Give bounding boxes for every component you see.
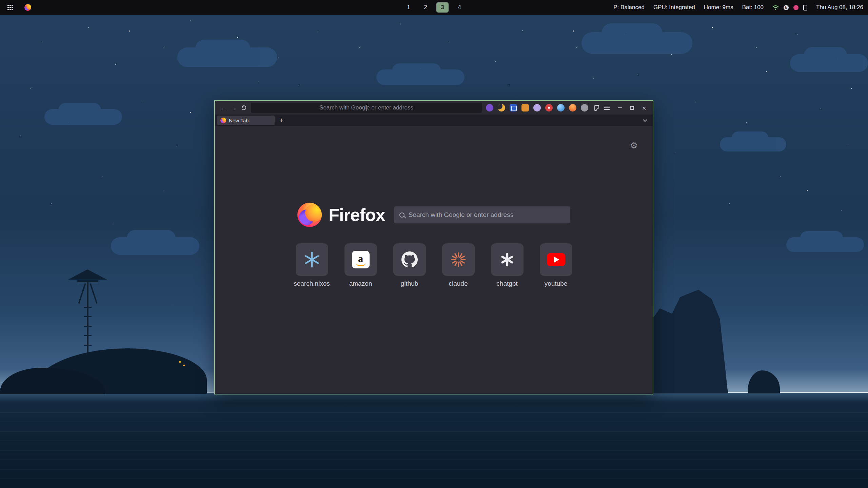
extension-icon-fox[interactable]	[569, 104, 576, 111]
extension-icon-yellow-crescent[interactable]	[498, 104, 505, 111]
chatgpt-icon	[499, 251, 516, 268]
power-profile-status: P: Balanced	[613, 4, 645, 11]
close-button[interactable]: ×	[639, 103, 649, 113]
cloud	[786, 237, 864, 252]
shortcut-label: youtube	[545, 280, 568, 287]
cloud	[790, 54, 868, 72]
workspace-button-3-active[interactable]: 3	[436, 2, 449, 13]
firefox-brand-row: Firefox	[297, 203, 570, 227]
window-controls: ×	[615, 103, 649, 113]
shortcut-label: github	[401, 280, 418, 287]
extension-buttons	[486, 104, 588, 111]
page-edit-icon	[594, 105, 599, 111]
tab-bar: New Tab +	[215, 115, 653, 126]
workspace-button-2[interactable]: 2	[419, 2, 432, 13]
network-latency-status: Home: 9ms	[704, 4, 733, 11]
extension-icon-blue-square[interactable]	[510, 104, 517, 111]
navigation-toolbar: ← → ×	[215, 101, 653, 115]
bluetooth-icon[interactable]: b	[784, 5, 789, 10]
new-tab-button[interactable]: +	[277, 116, 286, 125]
forward-button[interactable]: →	[229, 103, 239, 113]
extension-icon-blue-sphere[interactable]	[557, 104, 565, 111]
device-icon[interactable]	[803, 5, 807, 11]
menu-button[interactable]	[602, 103, 612, 113]
maximize-button[interactable]	[627, 103, 637, 113]
workspace-button-4[interactable]: 4	[453, 2, 466, 13]
app-launcher-button[interactable]	[5, 2, 16, 13]
extension-icon-gray[interactable]	[581, 104, 588, 111]
claude-starburst-icon	[450, 251, 467, 268]
shortcut-tile-chatgpt[interactable]: chatgpt	[491, 243, 524, 287]
cloud	[111, 237, 199, 255]
amazon-icon: a	[352, 251, 370, 268]
list-all-tabs-icon[interactable]	[643, 118, 647, 122]
shore-light	[183, 365, 185, 366]
extension-icon-orange-square[interactable]	[521, 104, 529, 111]
newtab-search-input[interactable]	[409, 211, 565, 219]
shortcut-tiles: search.nixos a amazon github	[296, 243, 572, 287]
firefox-favicon	[220, 118, 226, 123]
cloud	[44, 109, 122, 125]
shortcut-label: search.nixos	[294, 280, 330, 287]
shortcut-label: claude	[449, 280, 468, 287]
search-icon	[399, 212, 405, 218]
shortcut-tile-search-nixos[interactable]: search.nixos	[296, 243, 328, 287]
nixos-snowflake-icon	[303, 251, 320, 268]
workspace-switcher: 1 2 3 4	[402, 0, 466, 15]
extension-icon-purple[interactable]	[486, 104, 493, 111]
personalize-button[interactable]: ⚙	[630, 140, 638, 151]
firefox-icon	[24, 4, 31, 11]
tray-icons: b	[772, 5, 807, 11]
wifi-icon[interactable]	[772, 5, 779, 10]
status-dot-icon[interactable]	[793, 5, 798, 10]
extension-icon-red-dot[interactable]	[545, 104, 553, 111]
reload-icon	[241, 105, 246, 110]
shortcut-label: amazon	[349, 280, 372, 287]
back-button[interactable]: ←	[218, 103, 229, 113]
tab-title: New Tab	[229, 118, 249, 123]
tab-new-tab[interactable]: New Tab	[217, 116, 275, 125]
newtab-search-bar	[394, 206, 570, 223]
cloud	[177, 47, 277, 67]
reload-button[interactable]	[239, 103, 249, 113]
shortcut-tile-github[interactable]: github	[393, 243, 426, 287]
hamburger-icon	[604, 106, 610, 110]
cloud	[720, 137, 786, 151]
github-icon	[401, 251, 418, 268]
firefox-logo	[297, 203, 322, 227]
shortcut-tile-amazon[interactable]: a amazon	[344, 243, 377, 287]
youtube-icon	[547, 253, 565, 266]
shortcut-tile-claude[interactable]: claude	[442, 243, 475, 287]
page-edit-button[interactable]	[592, 103, 602, 113]
shortcut-tile-youtube[interactable]: youtube	[540, 243, 572, 287]
firefox-wordmark: Firefox	[329, 205, 385, 225]
battery-status: Bat: 100	[742, 4, 764, 11]
extension-icon-lavender[interactable]	[533, 104, 541, 111]
cloud	[376, 69, 465, 85]
maximize-icon	[630, 106, 634, 110]
workspace-button-1[interactable]: 1	[402, 2, 415, 13]
shore-light	[179, 361, 181, 363]
minimize-button[interactable]	[615, 103, 625, 113]
firefox-launcher-button[interactable]	[22, 2, 33, 13]
cloud	[581, 32, 692, 54]
status-area: P: Balanced GPU: Integrated Home: 9ms Ba…	[613, 4, 863, 11]
clock[interactable]: Thu Aug 08, 18:26	[816, 4, 863, 11]
url-bar	[251, 103, 482, 113]
gpu-status: GPU: Integrated	[653, 4, 695, 11]
shortcut-label: chatgpt	[496, 280, 517, 287]
firefox-window: ← → × New Tab	[214, 100, 653, 394]
apps-grid-icon	[7, 5, 13, 10]
top-bar: 1 2 3 4 P: Balanced GPU: Integrated Home…	[0, 0, 868, 15]
new-tab-page: ⚙ Firefox	[215, 126, 653, 394]
text-caret	[367, 105, 367, 111]
minimize-icon	[618, 107, 622, 108]
ocean	[0, 393, 868, 488]
